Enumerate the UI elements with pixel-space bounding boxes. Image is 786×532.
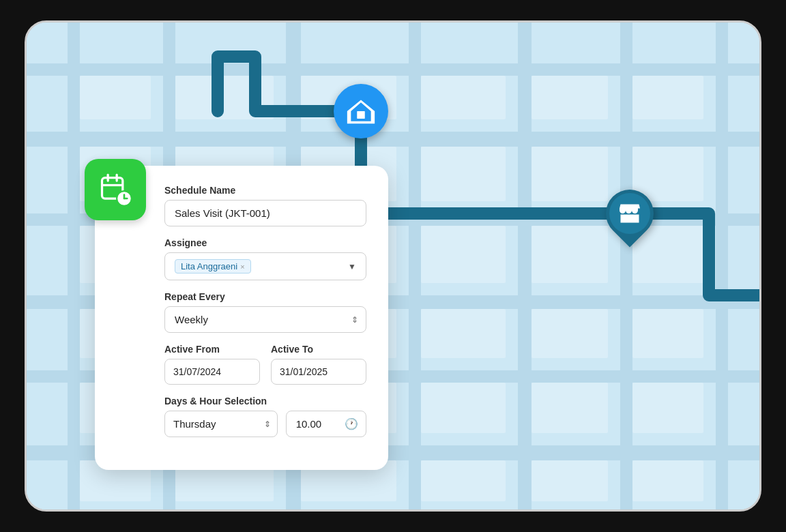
active-from-input[interactable]	[164, 359, 260, 385]
assignee-chevron-icon: ▼	[348, 262, 356, 271]
repeat-select[interactable]: Daily Weekly Monthly	[164, 306, 366, 333]
assignee-group: Assignee Lita Anggraeni × ▼	[164, 237, 366, 280]
schedule-name-group: Schedule Name	[164, 185, 366, 226]
schedule-name-label: Schedule Name	[164, 185, 366, 196]
app-icon	[85, 159, 146, 220]
days-hour-label: Days & Hour Selection	[164, 396, 366, 407]
calendar-clock-icon	[98, 172, 133, 207]
time-input-wrapper: 🕐	[286, 411, 366, 437]
active-from-group: Active From	[164, 344, 260, 385]
days-hour-row: Monday Tuesday Wednesday Thursday Friday…	[164, 411, 366, 437]
active-to-group: Active To	[271, 344, 366, 385]
warehouse-icon	[346, 96, 376, 126]
day-select[interactable]: Monday Tuesday Wednesday Thursday Friday…	[164, 411, 278, 437]
day-select-wrapper: Monday Tuesday Wednesday Thursday Friday…	[164, 411, 278, 437]
days-hour-group: Days & Hour Selection Monday Tuesday Wed…	[164, 396, 366, 437]
assignee-dropdown[interactable]: Lita Anggraeni × ▼	[164, 252, 366, 280]
schedule-form-card: Schedule Name Assignee Lita Anggraeni × …	[95, 166, 388, 470]
active-from-label: Active From	[164, 344, 260, 355]
store-icon	[617, 201, 642, 226]
svg-rect-50	[358, 111, 365, 119]
repeat-select-wrapper: Daily Weekly Monthly	[164, 306, 366, 333]
active-to-label: Active To	[271, 344, 366, 355]
time-input[interactable]	[286, 411, 366, 437]
warehouse-pin[interactable]	[334, 84, 388, 138]
repeat-group: Repeat Every Daily Weekly Monthly	[164, 291, 366, 333]
repeat-label: Repeat Every	[164, 291, 366, 302]
date-range-group: Active From Active To	[164, 344, 366, 385]
active-to-input[interactable]	[271, 359, 366, 385]
assignee-label: Assignee	[164, 237, 366, 248]
assignee-tag: Lita Anggraeni ×	[175, 259, 251, 274]
main-screen: Schedule Name Assignee Lita Anggraeni × …	[25, 20, 761, 512]
remove-assignee-button[interactable]: ×	[240, 263, 244, 271]
schedule-name-input[interactable]	[164, 200, 366, 226]
assignee-name: Lita Anggraeni	[181, 261, 237, 271]
